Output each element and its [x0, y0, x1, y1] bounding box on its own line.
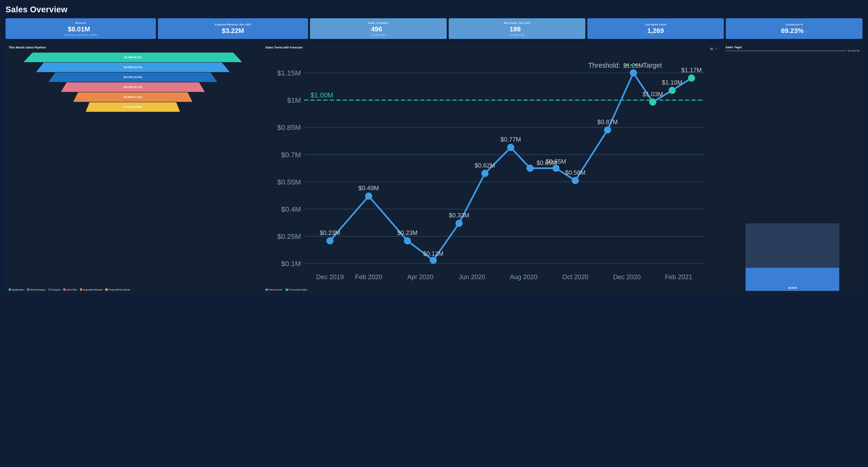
chart-legend-row: Won Amount Forecasted Sales: [266, 289, 717, 291]
kpi-lost-deals-value: 1,269: [647, 27, 664, 34]
svg-point-43: [527, 165, 533, 172]
svg-point-33: [404, 238, 411, 244]
svg-point-53: [649, 99, 656, 106]
funnel-legend-item-4: Negotiation/Review: [80, 289, 102, 291]
conversion-arrow-up-icon: ↑: [806, 30, 807, 34]
svg-text:$0.4M: $0.4M: [281, 205, 301, 213]
svg-text:$0.58M: $0.58M: [565, 169, 585, 176]
funnel-level-5: $7.31M (24.6%): [86, 102, 180, 112]
kpi-conversion-label: Conversion %: [785, 23, 803, 26]
funnel-legend-item-0: Qualification: [9, 289, 24, 291]
trend-panel: Sales Trend with Forecast ▦ ⤢ $1.15M $1M: [262, 42, 720, 294]
svg-text:$1M: $1M: [287, 96, 301, 104]
svg-point-51: [630, 70, 637, 76]
svg-text:$0.49M: $0.49M: [359, 185, 379, 192]
legend-label-2: Prospect: [51, 289, 60, 291]
target-bar-inner: $8.01M: [746, 268, 839, 291]
sales-target-title: Sales Taget: [725, 46, 742, 49]
kpi-expected-revenue-value: $3.22M: [222, 27, 244, 34]
kpi-conversion: Conversion % 69.23% ↑: [726, 18, 863, 39]
svg-point-39: [482, 170, 488, 177]
funnel-legend-item-2: Prospect: [49, 289, 60, 291]
svg-text:Dec 2020: Dec 2020: [613, 273, 641, 280]
kpi-deals-pipeline-sub: Oct 2020: 347: [371, 34, 385, 36]
legend-dot-0: [9, 289, 11, 291]
svg-text:$0.23M: $0.23M: [397, 229, 417, 236]
legend-dot-2: [49, 289, 51, 291]
svg-text:$1.03M: $1.03M: [643, 91, 663, 97]
svg-text:Feb 2021: Feb 2021: [665, 273, 692, 280]
kpi-won-deals-value: 198 ↑: [509, 26, 524, 33]
kpi-won-deals-sub: Oct 2020: 139: [510, 34, 524, 36]
target-value: $23.8827M: [848, 50, 859, 52]
legend-dot-5: [105, 289, 107, 291]
legend-dot-4: [80, 289, 82, 291]
legend-label-5: Proposal/Price Quote: [108, 289, 130, 291]
svg-text:Target: Target: [643, 62, 662, 69]
forecasted-sales-legend-box: [286, 289, 288, 291]
svg-text:$0.1M: $0.1M: [281, 260, 301, 268]
kpi-expected-revenue-label: Exepcted Revenue: Nov 2020: [215, 23, 251, 26]
legend-label-4: Negotiation/Review: [83, 289, 102, 291]
trend-svg: $1.15M $1M $0.85M $0.7M $0.55M $0.4M $0.…: [266, 53, 717, 287]
target-bar-current-value: $8.01M: [788, 287, 797, 289]
svg-text:$0.65M: $0.65M: [546, 158, 566, 165]
svg-text:$0.55M: $0.55M: [277, 178, 301, 186]
expand-icon[interactable]: ⤢: [715, 47, 717, 51]
funnel-panel-title: This Month Sales Pipeline: [9, 46, 257, 49]
won-amount-legend-box: [266, 289, 268, 291]
bottom-row: This Month Sales Pipeline $2.43M (8.2%)$…: [5, 42, 863, 154]
svg-text:Apr 2020: Apr 2020: [407, 273, 433, 280]
target-line-wrap: $23.8827M: [725, 50, 859, 52]
funnel-panel: This Month Sales Pipeline $2.43M (8.2%)$…: [5, 42, 260, 294]
svg-text:$0.23M: $0.23M: [320, 229, 340, 236]
svg-text:Dec 2019: Dec 2019: [316, 273, 344, 280]
legend-label-0: Qualification: [12, 289, 24, 291]
chart-legend-forecast: Forecasted Sales: [286, 289, 307, 291]
kpi-revenue: Revenue $8.01M ↓ % Diff from Last Month:…: [5, 18, 156, 39]
target-bar-wrap: $8.01M: [725, 55, 859, 291]
chart-icons: ▦ ⤢: [710, 47, 717, 51]
kpi-revenue-sub: % Diff from Last Month: -26.94%: [64, 34, 97, 36]
sales-target-panel: Sales Taget $23.8827M $8.01M: [722, 42, 863, 294]
kpi-revenue-value: $8.01M ↓: [68, 26, 94, 33]
svg-text:$0.87M: $0.87M: [597, 119, 618, 125]
svg-point-37: [456, 220, 462, 227]
svg-point-29: [327, 238, 333, 244]
svg-text:$1.00M: $1.00M: [310, 91, 333, 99]
svg-text:$0.25M: $0.25M: [277, 233, 301, 240]
legend-label-1: Needs Analysis: [30, 289, 45, 291]
kpi-lost-deals-label: Lost Deals Count: [645, 23, 666, 26]
svg-point-41: [507, 144, 514, 151]
chart-legend-won: Won Amount: [266, 289, 282, 291]
svg-text:$0.7M: $0.7M: [281, 151, 301, 158]
legend-dot-3: [63, 289, 65, 291]
svg-text:$0.33M: $0.33M: [449, 212, 469, 219]
kpi-conversion-value: 69.23% ↑: [781, 27, 807, 34]
funnel-level-2: $4.57M (15.4%): [49, 72, 217, 82]
trend-panel-title: Sales Trend with Forecast: [266, 46, 303, 49]
funnel-level-3: $5.97M (20.1%): [61, 82, 205, 92]
svg-text:$0.77M: $0.77M: [500, 136, 521, 143]
bar-chart-icon[interactable]: ▦: [710, 47, 713, 51]
svg-text:Aug 2020: Aug 2020: [510, 273, 537, 280]
legend-label-3: Initial Offer: [66, 289, 77, 291]
svg-text:Jun 2020: Jun 2020: [459, 273, 485, 280]
revenue-arrow-down-icon: ↓: [92, 28, 94, 32]
svg-text:$1.15M: $1.15M: [277, 69, 301, 77]
kpi-deals-pipeline: Deals in Pipeline 496 ↑ Oct 2020: 347: [310, 18, 447, 39]
deals-pipeline-arrow-up-icon: ↑: [384, 28, 386, 32]
kpi-won-deals: Won Deals: Nov 2020 198 ↑ Oct 2020: 139: [449, 18, 585, 39]
funnel-level-4: $6.38M (21.5%): [73, 92, 192, 102]
svg-text:$1.20M: $1.20M: [623, 62, 644, 69]
svg-point-55: [669, 87, 675, 94]
funnel-legend-item-1: Needs Analysis: [27, 289, 45, 291]
kpi-lost-deals: Lost Deals Count 1,269: [587, 18, 724, 39]
target-bar-outer: $8.01M: [746, 223, 839, 291]
won-deals-arrow-up-icon: ↑: [523, 28, 524, 32]
funnel-level-0: $2.43M (8.2%): [24, 53, 242, 62]
svg-point-31: [365, 193, 372, 199]
funnel-legend-item-5: Proposal/Price Quote: [105, 289, 130, 291]
kpi-deals-pipeline-value: 496 ↑: [371, 26, 385, 33]
kpi-won-deals-label: Won Deals: Nov 2020: [504, 22, 530, 24]
